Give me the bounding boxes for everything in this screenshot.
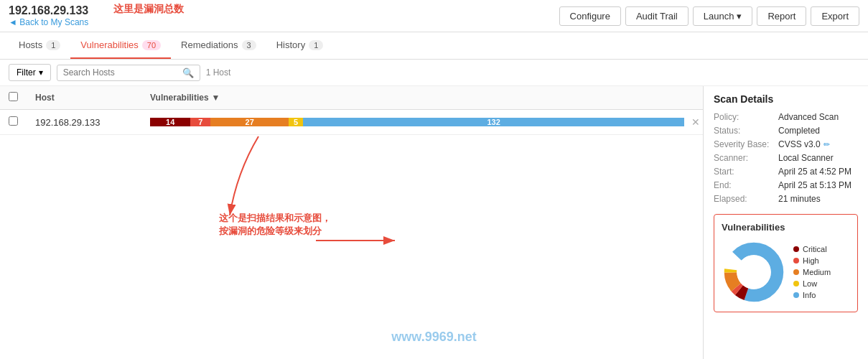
vuln-bar-cell: 147275132✕ xyxy=(141,110,703,135)
donut-chart xyxy=(722,240,786,304)
filter-label: Filter xyxy=(17,67,36,78)
filter-button[interactable]: Filter ▾ xyxy=(9,64,51,81)
search-icon: 🔍 xyxy=(182,67,194,78)
legend-label: Medium xyxy=(803,268,831,276)
audit-trail-button[interactable]: Audit Trail xyxy=(625,6,689,26)
back-to-scans-link[interactable]: ◄ Back to My Scans xyxy=(9,17,88,27)
vuln-chart-area: CriticalHighMediumLowInfo xyxy=(722,240,850,304)
host-count: 1 Host xyxy=(206,67,231,78)
select-all-header xyxy=(0,86,27,110)
detail-label: Policy: xyxy=(714,112,778,122)
configure-button[interactable]: Configure xyxy=(559,6,621,26)
table-area: Host Vulnerabilities ▼ 192.168.29.133147… xyxy=(0,86,703,359)
header-actions: Configure Audit Trail Launch ▾ Report Ex… xyxy=(559,6,859,26)
legend-dot xyxy=(793,281,799,286)
search-input[interactable] xyxy=(63,67,178,78)
detail-value: Completed xyxy=(778,126,820,136)
detail-label: Status: xyxy=(714,126,778,136)
legend-label: High xyxy=(803,256,819,265)
sort-icon: ▼ xyxy=(212,93,220,103)
legend-item: Low xyxy=(793,279,831,288)
detail-value: Advanced Scan xyxy=(778,112,839,122)
vuln-section: Vulnerabilities xyxy=(714,214,858,312)
tab-vulnerabilities-label: Vulnerabilities xyxy=(80,39,138,50)
page-title: 192.168.29.133 xyxy=(9,4,88,17)
chevron-down-icon: ▾ xyxy=(737,11,742,22)
tabs-bar: Hosts 1 Vulnerabilities 70 Remediations … xyxy=(0,32,868,60)
tab-hosts-label: Hosts xyxy=(19,39,42,50)
legend-dot xyxy=(793,246,799,252)
tab-remediations[interactable]: Remediations 3 xyxy=(171,32,266,59)
host-cell: 192.168.29.133 xyxy=(27,110,141,135)
detail-label: Severity Base: xyxy=(714,139,778,149)
vuln-bar: 147275132 xyxy=(150,114,684,130)
legend-item: High xyxy=(793,256,831,265)
detail-row: End:April 25 at 5:13 PM xyxy=(714,180,858,190)
scan-fields: Policy:Advanced ScanStatus:CompletedSeve… xyxy=(714,112,858,204)
detail-label: End: xyxy=(714,180,778,190)
detail-value: CVSS v3.0✏ xyxy=(778,139,830,149)
legend-dot xyxy=(793,269,799,275)
donut-svg xyxy=(722,240,786,304)
toolbar: Filter ▾ 🔍 1 Host xyxy=(0,60,868,86)
export-button[interactable]: Export xyxy=(811,6,859,26)
tab-history-badge: 1 xyxy=(309,40,323,50)
tab-vulnerabilities-badge: 70 xyxy=(142,40,161,50)
header-left: 192.168.29.133 ◄ Back to My Scans 这里是漏洞总… xyxy=(9,4,88,27)
tab-hosts[interactable]: Hosts 1 xyxy=(9,32,70,59)
detail-value: 21 minutes xyxy=(778,194,821,204)
tab-history-label: History xyxy=(276,39,305,50)
tab-history[interactable]: History 1 xyxy=(266,32,334,59)
legend-label: Critical xyxy=(803,245,827,253)
detail-row: Start:April 25 at 4:52 PM xyxy=(714,167,858,177)
edit-icon[interactable]: ✏ xyxy=(823,140,830,149)
detail-label: Start: xyxy=(714,167,778,177)
svg-point-5 xyxy=(737,255,771,289)
bar-segment-high: 7 xyxy=(190,118,210,126)
bar-segment-info: 132 xyxy=(303,118,684,126)
detail-row: Status:Completed xyxy=(714,126,858,136)
bar-segment-critical: 14 xyxy=(150,118,190,126)
tab-remediations-label: Remediations xyxy=(181,39,238,50)
detail-row: Severity Base:CVSS v3.0✏ xyxy=(714,139,858,149)
vuln-header-label: Vulnerabilities xyxy=(150,93,209,103)
chevron-down-icon: ▾ xyxy=(39,67,43,78)
search-box: 🔍 xyxy=(57,65,200,81)
launch-button[interactable]: Launch ▾ xyxy=(693,6,753,26)
legend-label: Low xyxy=(803,279,817,288)
legend-item: Critical xyxy=(793,245,831,253)
table-row: 192.168.29.133147275132✕ xyxy=(0,110,703,135)
close-row-button[interactable]: ✕ xyxy=(689,116,703,128)
vulnerabilities-column-header[interactable]: Vulnerabilities ▼ xyxy=(141,86,703,110)
report-button[interactable]: Report xyxy=(757,6,806,26)
legend-dot xyxy=(793,258,799,264)
host-column-header: Host xyxy=(27,86,141,110)
bar-segment-medium: 27 xyxy=(210,118,289,126)
legend-label: Info xyxy=(803,291,816,299)
detail-label: Elapsed: xyxy=(714,194,778,204)
bar-segment-low: 5 xyxy=(289,118,303,126)
legend: CriticalHighMediumLowInfo xyxy=(793,245,831,299)
tab-vulnerabilities[interactable]: Vulnerabilities 70 xyxy=(70,32,171,59)
detail-value: Local Scanner xyxy=(778,153,834,163)
detail-value: April 25 at 4:52 PM xyxy=(778,167,851,177)
row-checkbox-cell xyxy=(0,110,27,135)
vuln-sort-header[interactable]: Vulnerabilities ▼ xyxy=(150,93,694,103)
detail-row: Policy:Advanced Scan xyxy=(714,112,858,122)
legend-item: Info xyxy=(793,291,831,299)
scan-details-panel: Scan Details Policy:Advanced ScanStatus:… xyxy=(703,86,868,359)
legend-item: Medium xyxy=(793,268,831,276)
main-content: Host Vulnerabilities ▼ 192.168.29.133147… xyxy=(0,86,868,359)
tab-hosts-badge: 1 xyxy=(46,40,60,50)
detail-value: April 25 at 5:13 PM xyxy=(778,180,851,190)
hosts-table: Host Vulnerabilities ▼ 192.168.29.133147… xyxy=(0,86,703,135)
vuln-section-heading: Vulnerabilities xyxy=(722,222,850,233)
header: 192.168.29.133 ◄ Back to My Scans 这里是漏洞总… xyxy=(0,0,868,32)
legend-dot xyxy=(793,292,799,298)
select-all-checkbox[interactable] xyxy=(9,92,18,101)
detail-label: Scanner: xyxy=(714,153,778,163)
detail-row: Scanner:Local Scanner xyxy=(714,153,858,163)
detail-row: Elapsed:21 minutes xyxy=(714,194,858,204)
tab-remediations-badge: 3 xyxy=(242,40,256,50)
row-checkbox[interactable] xyxy=(9,116,18,126)
